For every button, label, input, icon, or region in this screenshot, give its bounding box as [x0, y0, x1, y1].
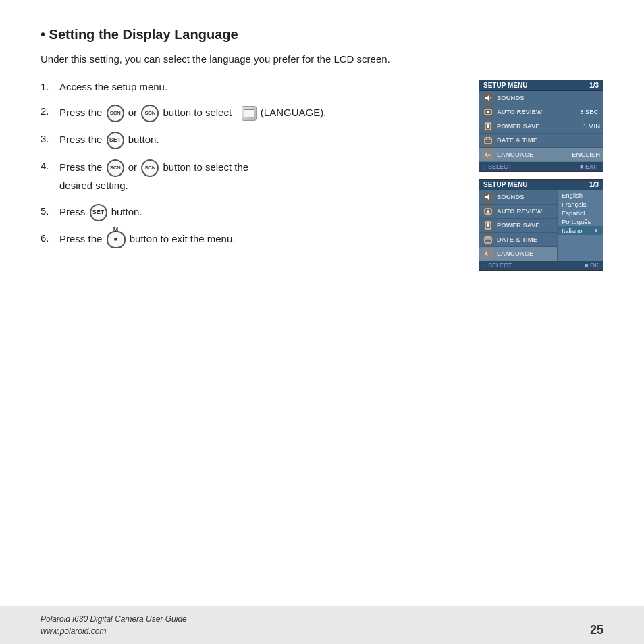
svg-text:あ: あ [487, 153, 491, 158]
svg-rect-6 [485, 138, 491, 144]
steps-container: 1. Access the setup menu. 2. Press the S… [41, 80, 603, 271]
lcd1-powersave-label: POWER SAVE [497, 122, 581, 130]
lcd2-language-icon: A [482, 248, 494, 259]
lcd2-menu-rows: SOUNDS AUTO REVIEW POWER [479, 190, 557, 261]
lcd1-footer-right: ■ EXIT [580, 163, 599, 170]
lcd-screen-2: SETUP MENU 1/3 SOUNDS [479, 179, 603, 271]
lcd1-row-sounds: SOUNDS [479, 91, 603, 105]
step-5: 5. Press SET button. [41, 204, 465, 221]
footer-page-number: 25 [590, 623, 603, 637]
lcd2-row-language: A LANGUAGE [479, 247, 557, 261]
lcd1-sounds-label: SOUNDS [497, 94, 597, 101]
language-icon [242, 106, 257, 121]
lcd1-row-auto-review: AUTO REVIEW 3 SEC. [479, 105, 603, 119]
lang-english: English [558, 191, 603, 200]
lcd2-footer-left: ↕ SELECT [483, 262, 512, 269]
lcd2-datetime-label: DATE & TIME [497, 236, 554, 243]
lcd1-autoreview-value: 3 SEC. [580, 108, 600, 115]
lcd2-autoreview-label: AUTO REVIEW [497, 207, 554, 215]
set-button-icon: SET [107, 132, 124, 149]
lcd2-row-power-save: POWER SAVE [479, 219, 557, 233]
step-1: 1. Access the setup menu. [41, 80, 465, 95]
step-1-num: 1. [41, 80, 59, 95]
step-2-content: Press the SCN or SCN button to select (L… [59, 104, 326, 122]
lcd2-powersave-label: POWER SAVE [497, 221, 554, 229]
step-2-num: 2. [41, 104, 59, 119]
lcd-screens: SETUP MENU 1/3 SOUNDS AUTO REVIEW [479, 80, 603, 271]
lcd1-row-language: Aあ LANGUAGE ENGLISH [479, 148, 603, 162]
lang-italiano: Italiano ▼ [558, 226, 603, 235]
lcd2-powersave-icon [482, 220, 494, 231]
svg-rect-5 [487, 124, 489, 128]
lcd1-footer-left: ↕ SELECT [483, 163, 512, 170]
footer-line2: www.polaroid.com [41, 625, 187, 637]
svg-marker-12 [485, 194, 489, 200]
step-4-content: Press the SCN or SCN button to select th… [59, 159, 248, 194]
set-button2-icon: SET [90, 204, 107, 221]
menu-m-letter: M [113, 225, 119, 235]
lcd2-body: SOUNDS AUTO REVIEW POWER [479, 190, 603, 261]
step-2: 2. Press the SCN or SCN button to select… [41, 104, 465, 122]
scn-button4-icon: SCN [141, 159, 159, 177]
svg-marker-0 [485, 95, 489, 101]
step-6-num: 6. [41, 231, 59, 246]
section-title-text: • Setting the Display Language [41, 27, 238, 42]
lcd2-datetime-icon [482, 234, 494, 245]
lcd1-autoreview-icon [482, 107, 494, 117]
lang-espanol: Español [558, 209, 603, 217]
svg-point-14 [487, 210, 489, 213]
lcd2-footer: ↕ SELECT ■ OK [479, 261, 603, 270]
step-6: 6. Press the M ■ button to exit the menu… [41, 231, 465, 248]
footer-line1: Polaroid i630 Digital Camera User Guide [41, 613, 187, 625]
lcd2-header-left: SETUP MENU [483, 181, 527, 188]
lcd1-language-value: ENGLISH [572, 151, 600, 158]
step-1-content: Access the setup menu. [59, 80, 167, 95]
page-content: • Setting the Display Language Under thi… [0, 0, 644, 284]
lang-italiano-text: Italiano [562, 227, 583, 234]
svg-line-1 [490, 97, 491, 99]
svg-rect-17 [485, 237, 491, 243]
step-3: 3. Press the SET button. [41, 132, 465, 149]
lcd1-row-date-time: DATE & TIME [479, 134, 603, 148]
lcd1-datetime-icon [482, 135, 494, 146]
lcd2-sounds-icon [482, 192, 494, 203]
dropdown-arrow-icon: ▼ [593, 227, 599, 234]
lang-portugues: Português [558, 217, 603, 226]
step-4-num: 4. [41, 159, 59, 174]
lcd2-lang-dropdown: English Français Español Português Itali… [557, 190, 603, 261]
intro-text: Under this setting, you can select the l… [41, 52, 603, 68]
svg-rect-16 [487, 223, 489, 227]
svg-point-3 [487, 111, 489, 113]
lcd-screen-1: SETUP MENU 1/3 SOUNDS AUTO REVIEW [479, 80, 603, 172]
svg-text:A: A [485, 252, 488, 257]
lcd2-language-label: LANGUAGE [497, 250, 554, 257]
step-3-num: 3. [41, 132, 59, 147]
lcd1-powersave-value: 1 MIN [583, 122, 600, 130]
scn-button-icon: SCN [107, 105, 124, 122]
lcd1-datetime-label: DATE & TIME [497, 136, 597, 144]
lcd2-row-auto-review: AUTO REVIEW [479, 205, 557, 219]
scn-button3-icon: SCN [107, 159, 124, 177]
lcd1-header: SETUP MENU 1/3 [479, 80, 603, 91]
lcd1-autoreview-label: AUTO REVIEW [497, 108, 577, 115]
lcd1-sounds-icon [482, 92, 494, 103]
lcd2-sounds-label: SOUNDS [497, 193, 554, 200]
lcd1-powersave-icon [482, 121, 494, 132]
step-5-content: Press SET button. [59, 204, 142, 221]
lcd2-row-date-time: DATE & TIME [479, 233, 557, 247]
page-footer: Polaroid i630 Digital Camera User Guide … [0, 606, 644, 644]
step-4: 4. Press the SCN or SCN button to select… [41, 159, 465, 194]
lcd2-autoreview-icon [482, 206, 494, 217]
step-6-content: Press the M ■ button to exit the menu. [59, 231, 235, 248]
section-title: • Setting the Display Language [41, 27, 603, 43]
lcd2-row-sounds: SOUNDS [479, 190, 557, 205]
footer-left: Polaroid i630 Digital Camera User Guide … [41, 613, 187, 637]
intro-text-content: Under this setting, you can select the l… [41, 53, 390, 65]
lcd1-footer: ↕ SELECT ■ EXIT [479, 162, 603, 171]
lang-francais: Français [558, 200, 603, 209]
steps-left: 1. Access the setup menu. 2. Press the S… [41, 80, 465, 271]
scn-button2-icon: SCN [141, 105, 159, 122]
lcd2-header-right: 1/3 [589, 181, 599, 188]
step-5-num: 5. [41, 204, 59, 219]
lcd1-header-left: SETUP MENU [483, 82, 527, 89]
